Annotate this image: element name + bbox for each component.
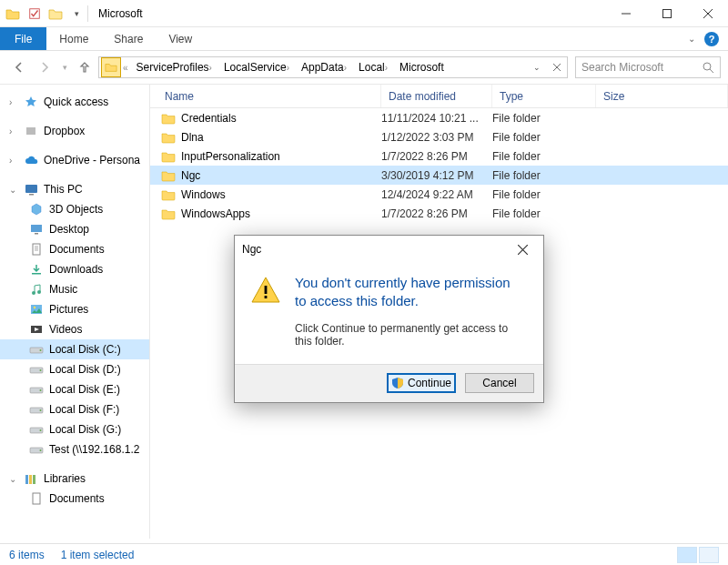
forward-button[interactable] [33,55,56,79]
svg-point-13 [34,307,35,308]
svg-rect-4 [25,185,37,193]
column-label: Date modified [389,90,456,103]
svg-point-11 [37,290,41,294]
pc-icon [24,182,38,197]
nav-onedrive[interactable]: › OneDrive - Persona [0,150,149,170]
column-size[interactable]: Size [596,85,728,107]
svg-rect-32 [265,296,268,298]
thumbnails-view-button[interactable] [699,547,719,563]
table-row[interactable]: Dlna1/12/2022 3:03 PMFile folder [150,127,728,146]
cancel-button[interactable]: Cancel [465,373,534,393]
nav-label: Pictures [49,303,88,316]
expand-chevron-icon[interactable]: › [9,97,18,107]
nav-item-icon [29,222,44,237]
details-view-button[interactable] [677,547,697,563]
cell-name: Credentials [150,112,381,125]
nav-item-icon [29,491,44,506]
qat-customize-chevron[interactable]: ▾ [66,4,86,24]
breadcrumb-overflow[interactable]: « [123,63,131,73]
cloud-icon [24,153,38,167]
recent-locations-chevron[interactable]: ▾ [58,55,71,79]
cell-date: 1/7/2022 8:26 PM [381,150,492,163]
star-icon [24,95,38,109]
column-type[interactable]: Type [492,85,596,107]
column-label: Type [500,90,523,103]
search-input[interactable]: Search Microsoft [575,56,721,78]
nav-thispc-item[interactable]: Local Disk (D:) [0,359,149,379]
dialog-close-button[interactable] [509,238,536,260]
continue-button[interactable]: Continue [387,373,456,393]
nav-label: Quick access [44,96,108,108]
column-date[interactable]: Date modified [381,85,492,107]
nav-label: Local Disk (F:) [49,403,119,416]
cell-type: File folder [492,207,596,220]
nav-label: This PC [44,183,83,196]
ribbon-collapse-chevron[interactable]: ⌄ [688,34,695,44]
nav-label: Documents [49,492,105,505]
nav-this-pc[interactable]: ⌄ This PC [0,179,149,199]
nav-thispc-item[interactable]: Local Disk (C:) [0,339,149,359]
navigation-pane[interactable]: › Quick access › Dropbox › OneDrive - Pe… [0,85,150,539]
collapse-chevron-icon[interactable]: ⌄ [9,185,18,195]
minimize-button[interactable] [605,1,646,26]
file-list: Credentials11/11/2024 10:21 ...File fold… [150,108,728,223]
column-name[interactable]: Name [150,85,381,107]
expand-chevron-icon[interactable]: › [9,126,18,136]
nav-thispc-item[interactable]: Pictures [0,299,149,319]
nav-thispc-item[interactable]: 3D Objects [0,199,149,219]
nav-dropbox[interactable]: › Dropbox [0,121,149,141]
tab-home[interactable]: Home [46,27,101,50]
nav-quick-access[interactable]: › Quick access [0,92,149,112]
uac-shield-icon [391,377,404,389]
dialog-text: You don't currently have permission to a… [295,274,522,348]
nav-thispc-item[interactable]: Videos [0,319,149,339]
breadcrumb-item[interactable]: Microsoft [394,57,448,77]
nav-thispc-item[interactable]: Downloads [0,259,149,279]
collapse-chevron-icon[interactable]: ⌄ [9,474,18,484]
tab-share[interactable]: Share [101,27,156,50]
breadcrumb-item[interactable]: LocalService › [218,57,296,77]
breadcrumb-label: Local [359,61,385,74]
table-row[interactable]: Credentials11/11/2024 10:21 ...File fold… [150,108,728,127]
breadcrumb-item[interactable]: AppData › [296,57,353,77]
table-row[interactable]: WindowsApps1/7/2022 8:26 PMFile folder [150,204,728,223]
nav-thispc-item[interactable]: Local Disk (E:) [0,379,149,399]
back-button[interactable] [7,55,31,79]
nav-label: Documents [49,243,105,256]
table-row[interactable]: Windows12/4/2024 9:22 AMFile folder [150,185,728,204]
expand-chevron-icon[interactable]: › [9,156,18,166]
table-row[interactable]: InputPersonalization1/7/2022 8:26 PMFile… [150,146,728,166]
table-row[interactable]: Ngc3/30/2019 4:12 PMFile folder [150,166,728,185]
nav-thispc-item[interactable]: Local Disk (G:) [0,419,149,439]
nav-thispc-item[interactable]: Music [0,279,149,299]
nav-thispc-item[interactable]: Test (\\192.168.1.2 [0,439,149,459]
address-bar[interactable]: « ServiceProfiles › LocalService › AppDa… [98,56,568,78]
breadcrumb-item[interactable]: Local › [353,57,394,77]
svg-rect-1 [662,9,671,17]
address-history-chevron[interactable]: ⌄ [527,57,547,77]
tab-file[interactable]: File [0,27,46,50]
up-button[interactable] [73,55,96,79]
qat-newfolder-icon[interactable] [46,4,66,24]
warning-icon [249,274,282,307]
cell-date: 1/7/2022 8:26 PM [381,207,492,220]
svg-rect-3 [26,127,35,135]
breadcrumb-label: LocalService [224,61,287,74]
nav-thispc-item[interactable]: Documents [0,239,149,259]
nav-libraries-item[interactable]: Documents [0,489,149,509]
tab-view[interactable]: View [156,27,205,50]
file-name: Credentials [181,112,237,125]
close-button[interactable] [687,1,728,26]
svg-point-10 [32,291,35,295]
breadcrumb-item[interactable]: ServiceProfiles › [131,57,218,77]
maximize-button[interactable] [646,1,687,26]
refresh-button[interactable] [547,57,567,77]
cell-type: File folder [492,169,596,182]
nav-thispc-item[interactable]: Desktop [0,219,149,239]
nav-libraries[interactable]: ⌄ Libraries [0,469,149,489]
permission-dialog: Ngc You don't currently have permission … [234,235,544,403]
svg-rect-30 [33,493,40,504]
help-button[interactable]: ? [704,32,719,46]
nav-thispc-item[interactable]: Local Disk (F:) [0,399,149,419]
qat-properties-icon[interactable] [25,4,45,24]
